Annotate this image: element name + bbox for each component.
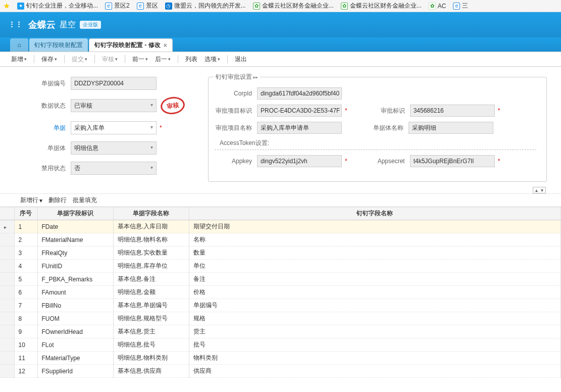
cell-dingtalk-name[interactable]: 物料类别 [189, 352, 561, 365]
panel-expander[interactable]: ▴▾ [533, 187, 546, 193]
bookmark-item[interactable]: ✿金蝶云社区财务金融企业... [253, 2, 334, 10]
row-handle[interactable] [0, 220, 14, 233]
cell-dingtalk-name[interactable]: 数量 [189, 247, 561, 260]
cell-dingtalk-name[interactable]: 批号 [189, 338, 561, 352]
row-handle[interactable] [0, 312, 14, 325]
tab-config-list[interactable]: 钉钉字段映射配置 [29, 38, 88, 52]
cell-field-key[interactable]: FUnitID [37, 260, 113, 273]
table-row[interactable]: 4FUnitID明细信息.库存单位单位 [0, 260, 561, 273]
cell-dingtalk-name[interactable]: 货主 [189, 325, 561, 338]
table-row[interactable]: 9FOwnerIdHead基本信息.货主货主 [0, 325, 561, 338]
cell-field-name[interactable]: 明细信息.实收数量 [113, 247, 189, 260]
cell-field-key[interactable]: FLot [37, 338, 113, 352]
table-row[interactable]: 3FRealQty明细信息.实收数量数量 [0, 247, 561, 260]
bookmark-item[interactable]: e景区 [137, 2, 158, 10]
field-proj-name[interactable]: 采购入库单申请单 [257, 122, 342, 134]
table-row[interactable]: 2FMaterialName明细信息.物料名称名称 [0, 233, 561, 247]
field-disable[interactable]: 否 [71, 162, 157, 175]
delete-row-button[interactable]: 删除行 [48, 196, 67, 205]
table-row[interactable]: 6FAmount明细信息.金额价格 [0, 286, 561, 299]
cell-field-name[interactable]: 基本信息.货主 [113, 325, 189, 338]
cell-field-name[interactable]: 明细信息.批号 [113, 338, 189, 352]
field-billno[interactable]: DDZDYSPZ00004 [71, 77, 157, 90]
cell-field-key[interactable]: FMaterialName [37, 233, 113, 247]
cell-field-name[interactable]: 明细信息.库存单位 [113, 260, 189, 273]
options-button[interactable]: 选项▾ [201, 54, 223, 65]
close-icon[interactable]: × [164, 42, 167, 49]
row-handle[interactable] [0, 352, 14, 365]
field-bill[interactable]: 采购入库单 [71, 121, 157, 134]
bookmark-item[interactable]: ✿金蝶云社区财务金融企业... [341, 2, 422, 10]
table-row[interactable]: 8FUOM明细信息.规格型号规格 [0, 312, 561, 325]
row-handle[interactable] [0, 247, 14, 260]
row-handle[interactable] [0, 338, 14, 352]
table-row[interactable]: 11FMaterialType明细信息.物料类别物料类别 [0, 352, 561, 365]
list-button[interactable]: 列表 [182, 54, 200, 65]
cell-dingtalk-name[interactable]: 规格 [189, 312, 561, 325]
add-row-button[interactable]: 新增行 ▾ [20, 196, 42, 205]
cell-field-key[interactable]: FRealQty [37, 247, 113, 260]
row-handle[interactable] [0, 260, 14, 273]
cell-field-name[interactable]: 基本信息.备注 [113, 273, 189, 286]
label-bill-link[interactable]: 单据 [0, 124, 71, 132]
cell-dingtalk-name[interactable]: 单位 [189, 260, 561, 273]
cell-dingtalk-name[interactable]: 价格 [189, 286, 561, 299]
cell-dingtalk-name[interactable]: 期望交付日期 [189, 220, 561, 233]
field-appsecret[interactable]: t4k5JGupREjBnErG7Il [410, 155, 495, 167]
prev-button[interactable]: 前一▾ [129, 54, 151, 65]
row-handle[interactable] [0, 325, 14, 338]
row-handle[interactable] [0, 365, 14, 378]
cell-field-name[interactable]: 基本信息.入库日期 [113, 220, 189, 233]
new-button[interactable]: 新增▾ [8, 54, 30, 65]
cell-dingtalk-name[interactable]: 备注 [189, 273, 561, 286]
save-button[interactable]: 保存▾ [38, 54, 60, 65]
tab-config-edit[interactable]: 钉钉字段映射配置 - 修改× [89, 38, 173, 52]
bookmark-item[interactable]: ◷微盟云，国内领先的开发... [165, 2, 246, 10]
table-row[interactable]: 12FSupplierId基本信息.供应商供应商 [0, 365, 561, 378]
cell-field-name[interactable]: 基本信息.供应商 [113, 365, 189, 378]
table-row[interactable]: 7FBillNo基本信息.单据编号单据编号 [0, 299, 561, 312]
cell-field-key[interactable]: FUOM [37, 312, 113, 325]
cell-field-name[interactable]: 明细信息.物料类别 [113, 352, 189, 365]
audit-button[interactable]: 审核▾ [99, 54, 121, 65]
cell-field-key[interactable]: FDate [37, 220, 113, 233]
cell-field-name[interactable]: 明细信息.金额 [113, 286, 189, 299]
row-handle[interactable] [0, 299, 14, 312]
cell-field-name[interactable]: 明细信息.规格型号 [113, 312, 189, 325]
cell-field-key[interactable]: FMaterialType [37, 352, 113, 365]
table-row[interactable]: 10FLot明细信息.批号批号 [0, 338, 561, 352]
cell-field-key[interactable]: F_PBKA_Remarks [37, 273, 113, 286]
field-approve-key[interactable]: 345686216 [410, 105, 495, 117]
cell-field-name[interactable]: 明细信息.物料名称 [113, 233, 189, 247]
cell-field-name[interactable]: 基本信息.单据编号 [113, 299, 189, 312]
table-row[interactable]: 1FDate基本信息.入库日期期望交付日期 [0, 220, 561, 233]
bookmark-item[interactable]: e三 [453, 2, 468, 10]
cell-field-key[interactable]: FOwnerIdHead [37, 325, 113, 338]
next-button[interactable]: 后一▾ [152, 54, 174, 65]
cell-dingtalk-name[interactable]: 名称 [189, 233, 561, 247]
field-corpid[interactable]: dingda617fdf04a2d960f5bf40 [257, 87, 342, 100]
field-appkey[interactable]: dingv522yid1j2vh [257, 155, 342, 167]
cell-field-key[interactable]: FAmount [37, 286, 113, 299]
tab-home[interactable]: ⌂ [10, 38, 28, 52]
cell-dingtalk-name[interactable]: 单据编号 [189, 299, 561, 312]
batch-fill-button[interactable]: 批量填充 [73, 196, 97, 205]
collapse-icon[interactable]: ▸▸ [253, 74, 258, 80]
submit-button[interactable]: 提交▾ [69, 54, 90, 65]
row-handle[interactable] [0, 273, 14, 286]
cell-field-key[interactable]: FBillNo [37, 299, 113, 312]
cell-field-key[interactable]: FSupplierId [37, 365, 113, 378]
cell-dingtalk-name[interactable]: 供应商 [189, 365, 561, 378]
row-handle[interactable] [0, 233, 14, 247]
table-row[interactable]: 5F_PBKA_Remarks基本信息.备注备注 [0, 273, 561, 286]
exit-button[interactable]: 退出 [232, 54, 250, 65]
field-entity[interactable]: 明细信息 [71, 141, 157, 155]
bookmark-item[interactable]: ✦钉钉企业注册，企业移动... [17, 2, 98, 10]
bookmark-item[interactable]: e景区2 [105, 2, 130, 10]
field-status[interactable]: 已审核 [71, 99, 157, 112]
row-handle[interactable] [0, 286, 14, 299]
favorites-star-icon[interactable]: ★ [3, 1, 10, 11]
field-proj-key[interactable]: PROC-E4DCA3D0-2E53-47F [257, 105, 342, 117]
bookmark-item[interactable]: ✿AC [429, 3, 446, 10]
field-entity-name[interactable]: 采购明细 [409, 122, 493, 134]
